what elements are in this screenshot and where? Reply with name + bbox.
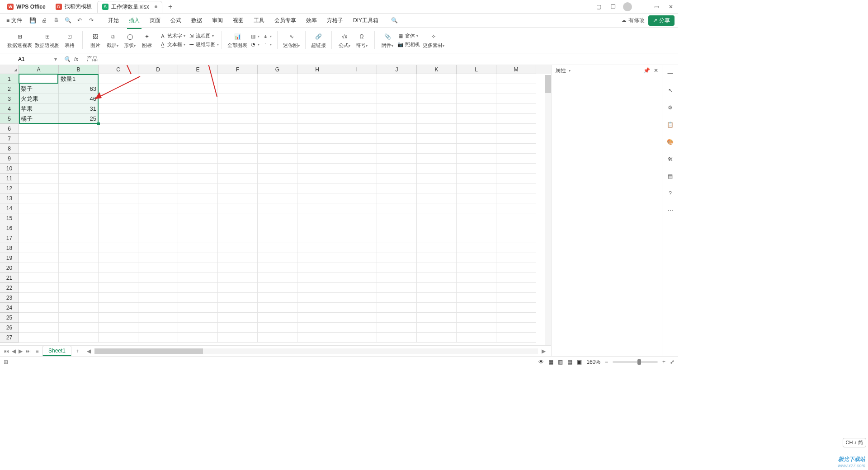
grid-icon[interactable]: ▦ (548, 359, 553, 365)
cell[interactable] (337, 333, 377, 343)
cell[interactable] (258, 293, 297, 303)
cell[interactable] (138, 303, 178, 313)
sheet-last[interactable]: ⏭ (24, 348, 32, 354)
cell[interactable] (297, 213, 337, 223)
cell[interactable] (218, 233, 258, 243)
column-header[interactable]: H (297, 65, 337, 74)
maximize-button[interactable]: ▭ (652, 2, 661, 11)
name-box-dropdown[interactable]: ▾ (53, 56, 59, 62)
cell[interactable] (138, 323, 178, 333)
cell[interactable] (258, 94, 297, 104)
cell[interactable] (337, 293, 377, 303)
style-icon[interactable]: 🎨 (666, 137, 675, 146)
cell[interactable] (59, 183, 99, 193)
cell[interactable] (138, 84, 178, 94)
user-avatar[interactable] (623, 2, 632, 11)
cell[interactable] (19, 263, 59, 273)
select-tool-icon[interactable]: ↖ (666, 86, 675, 95)
cell[interactable] (337, 183, 377, 193)
column-header[interactable]: J (377, 65, 417, 74)
pie-chart-button[interactable]: ◔▾ (250, 41, 259, 47)
tab-tools[interactable]: 工具 (252, 15, 266, 26)
cell[interactable] (377, 193, 417, 203)
zoom-cell-icon[interactable]: 🔍 (64, 56, 71, 62)
cell[interactable] (178, 104, 218, 114)
cell[interactable] (218, 333, 258, 343)
cell[interactable] (59, 293, 99, 303)
row-header[interactable]: 24 (0, 303, 19, 313)
row-header[interactable]: 10 (0, 164, 19, 174)
cell[interactable] (377, 253, 417, 263)
row-header[interactable]: 7 (0, 134, 19, 144)
help-icon[interactable]: ? (666, 189, 675, 198)
zoom-out-button[interactable]: − (605, 359, 608, 365)
sheet-list-button[interactable]: ≡ (33, 348, 41, 354)
undo-icon[interactable]: ↶ (75, 16, 84, 24)
cell[interactable] (297, 84, 337, 94)
cell[interactable] (297, 333, 337, 343)
table-button[interactable]: ⊡表格 (62, 32, 77, 49)
pivot-chart-button[interactable]: ⊞数据透视图 (35, 32, 60, 49)
name-box-input[interactable] (0, 56, 53, 62)
status-indicator-icon[interactable]: ⊞ (4, 359, 8, 365)
cell[interactable] (496, 283, 536, 293)
cell[interactable] (337, 104, 377, 114)
cell[interactable] (496, 323, 536, 333)
cell[interactable] (258, 263, 297, 273)
cell[interactable] (99, 313, 138, 323)
cell[interactable] (457, 124, 496, 134)
cell[interactable] (138, 213, 178, 223)
cell[interactable] (417, 203, 457, 213)
row-header[interactable]: 25 (0, 313, 19, 323)
cell[interactable] (337, 114, 377, 124)
cell[interactable] (297, 154, 337, 164)
cell[interactable] (337, 223, 377, 233)
row-header[interactable]: 21 (0, 273, 19, 283)
cell[interactable] (377, 74, 417, 84)
cell[interactable] (218, 253, 258, 263)
all-charts-button[interactable]: 📊全部图表 (227, 32, 247, 49)
cell[interactable] (496, 233, 536, 243)
cell[interactable] (258, 243, 297, 253)
cell[interactable] (59, 263, 99, 273)
column-header[interactable]: A (19, 65, 59, 74)
cell[interactable] (178, 164, 218, 174)
cell[interactable] (99, 323, 138, 333)
cell[interactable] (218, 193, 258, 203)
tab-home[interactable]: 开始 (106, 15, 121, 26)
cell[interactable] (496, 273, 536, 283)
cell[interactable]: 数量1 (59, 74, 99, 84)
cell[interactable] (138, 193, 178, 203)
add-sheet-button[interactable]: + (73, 348, 82, 354)
cell[interactable] (218, 114, 258, 124)
cell[interactable] (457, 263, 496, 273)
cell[interactable] (457, 323, 496, 333)
cell[interactable] (218, 174, 258, 183)
zoom-in-button[interactable]: + (662, 359, 665, 365)
cell[interactable] (178, 134, 218, 144)
formula-bar[interactable]: 产品 (83, 53, 678, 65)
cell[interactable] (99, 174, 138, 183)
camera-button[interactable]: 📷照相机 (397, 41, 420, 48)
cell[interactable] (138, 253, 178, 263)
cell[interactable] (218, 323, 258, 333)
cell[interactable] (178, 74, 218, 84)
unsaved-changes[interactable]: ☁ 有修改 (621, 17, 645, 24)
tab-review[interactable]: 审阅 (210, 15, 225, 26)
new-tab-button[interactable]: + (165, 1, 176, 12)
cell[interactable] (337, 144, 377, 154)
cell[interactable] (457, 223, 496, 233)
tab-data[interactable]: 数据 (189, 15, 204, 26)
cell[interactable] (417, 144, 457, 154)
cell[interactable] (337, 74, 377, 84)
cell[interactable] (218, 144, 258, 154)
cell[interactable] (457, 84, 496, 94)
cell[interactable] (457, 243, 496, 253)
cell[interactable] (19, 203, 59, 213)
file-menu[interactable]: ≡ 文件 (4, 16, 25, 25)
cell[interactable] (218, 134, 258, 144)
cell[interactable] (377, 333, 417, 343)
hyperlink-button[interactable]: 🔗超链接 (311, 32, 326, 49)
cell[interactable] (377, 114, 417, 124)
cell[interactable] (178, 323, 218, 333)
